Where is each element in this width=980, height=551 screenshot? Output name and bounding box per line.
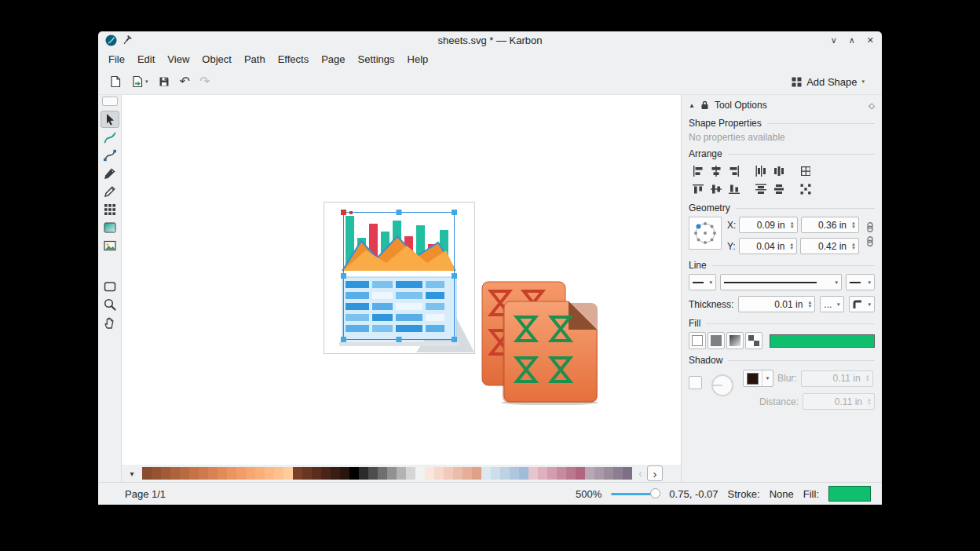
menu-settings[interactable]: Settings — [352, 51, 401, 68]
fill-solid-button[interactable] — [708, 332, 725, 349]
palette-swatch[interactable] — [236, 467, 246, 480]
palette-swatch[interactable] — [312, 467, 321, 480]
palette-swatch[interactable] — [463, 467, 472, 480]
line-start-marker-combo[interactable]: ▾ — [689, 274, 716, 290]
x-position-spinbox[interactable]: 0.09 in▲▼ — [739, 217, 797, 233]
palette-swatch[interactable] — [255, 467, 265, 480]
selection-overlay[interactable] — [340, 209, 458, 344]
link-position-icon[interactable] — [866, 222, 874, 232]
palette-swatch[interactable] — [283, 467, 293, 480]
palette-swatch[interactable] — [349, 467, 359, 480]
palette-swatch[interactable] — [274, 467, 283, 480]
new-document-button[interactable] — [109, 75, 122, 88]
palette-swatch[interactable] — [453, 467, 463, 480]
palette-swatch[interactable] — [500, 467, 510, 480]
palette-swatch[interactable] — [547, 467, 557, 480]
redo-button[interactable]: ↷ — [199, 75, 210, 88]
statusbar-fill-swatch[interactable] — [828, 486, 871, 502]
palette-swatch[interactable] — [491, 467, 500, 480]
palette-swatch[interactable] — [425, 467, 434, 480]
menu-object[interactable]: Object — [196, 51, 238, 68]
stroke-value[interactable]: None — [770, 488, 794, 500]
distribute-hcenter-button[interactable] — [770, 162, 788, 179]
line-end-marker-combo[interactable]: ▾ — [846, 274, 875, 290]
calligraphy-tool[interactable] — [101, 165, 119, 182]
palette-swatch[interactable] — [340, 467, 349, 480]
palette-swatch[interactable] — [528, 467, 538, 480]
link-size-icon[interactable] — [866, 236, 874, 246]
dash-pattern-combo[interactable]: ...▾ — [820, 296, 843, 312]
y-position-spinbox[interactable]: 0.04 in▲▼ — [739, 238, 798, 254]
distribute-top-button[interactable] — [751, 181, 770, 197]
zoom-slider[interactable] — [611, 487, 660, 500]
shadow-angle-dial[interactable] — [708, 371, 737, 400]
pencil-tool[interactable] — [101, 183, 119, 200]
palette-swatch[interactable] — [576, 467, 585, 480]
palette-swatch[interactable] — [397, 467, 406, 480]
palette-swatch[interactable] — [331, 467, 340, 480]
align-hcenter-button[interactable] — [707, 162, 725, 179]
palette-swatch[interactable] — [152, 467, 161, 480]
palette-swatch[interactable] — [613, 467, 623, 480]
lock-icon[interactable] — [700, 100, 709, 110]
fill-none-button[interactable] — [689, 332, 706, 349]
align-right-button[interactable] — [725, 162, 743, 179]
palette-swatch[interactable] — [227, 467, 236, 480]
menu-file[interactable]: File — [102, 51, 131, 68]
join-cap-combo[interactable]: ▾ — [849, 296, 875, 312]
palette-swatch[interactable] — [180, 467, 189, 480]
menu-page[interactable]: Page — [315, 51, 351, 68]
pin-icon[interactable] — [122, 35, 132, 46]
thickness-spinbox[interactable]: 0.01 in▲▼ — [738, 296, 815, 312]
shadow-enable-checkbox[interactable] — [689, 376, 702, 389]
canvas-artwork-sheets-icon[interactable] — [481, 279, 598, 405]
fill-color-swatch[interactable] — [770, 334, 875, 348]
palette-swatch[interactable] — [302, 467, 312, 480]
zoom-tool[interactable] — [101, 296, 119, 313]
shadow-blur-spinbox[interactable]: 0.11 in▲▼ — [801, 370, 873, 387]
position-anchor-widget[interactable] — [689, 217, 722, 250]
gradient-edit-tool[interactable] — [101, 219, 119, 236]
palette-swatch[interactable] — [378, 467, 387, 480]
palette-swatch[interactable] — [387, 467, 397, 480]
fill-pattern-button[interactable] — [745, 332, 762, 349]
palette-swatch[interactable] — [472, 467, 481, 480]
image-effects-tool[interactable] — [101, 237, 119, 254]
palette-swatch[interactable] — [199, 467, 208, 480]
line-style-combo[interactable]: ▾ — [720, 274, 842, 290]
save-button[interactable] — [158, 75, 170, 88]
palette-swatch[interactable] — [161, 467, 170, 480]
titlebar[interactable]: sheets.svg * — Karbon ∨ ∧ ✕ — [98, 31, 882, 49]
palette-scroll-left-button[interactable]: ‹ — [638, 467, 642, 480]
minimize-button[interactable]: ∨ — [831, 35, 837, 46]
palette-swatch[interactable] — [434, 467, 444, 480]
shadow-color-button[interactable]: ▾ — [743, 370, 773, 387]
distribute-vcenter-button[interactable] — [770, 181, 788, 197]
add-shape-button[interactable]: Add Shape ▾ — [785, 73, 871, 91]
palette-swatch[interactable] — [538, 467, 547, 480]
palette-swatch[interactable] — [246, 467, 255, 480]
palette-swatch[interactable] — [189, 467, 199, 480]
undo-button[interactable]: ↶ — [180, 75, 190, 88]
select-tool[interactable] — [101, 111, 119, 128]
width-spinbox[interactable]: 0.36 in▲▼ — [801, 217, 859, 233]
menu-edit[interactable]: Edit — [131, 51, 161, 68]
fill-gradient-button[interactable] — [726, 332, 744, 349]
palette-swatch[interactable] — [444, 467, 453, 480]
align-left-button[interactable] — [689, 162, 707, 179]
pan-tool[interactable] — [101, 314, 119, 331]
freehand-path-tool[interactable] — [101, 129, 119, 146]
menu-help[interactable]: Help — [401, 51, 435, 68]
palette-swatch[interactable] — [170, 467, 180, 480]
menu-effects[interactable]: Effects — [272, 51, 316, 68]
palette-swatch[interactable] — [406, 467, 415, 480]
palette-swatch[interactable] — [359, 467, 368, 480]
palette-swatch[interactable] — [368, 467, 378, 480]
group-button[interactable] — [796, 162, 814, 179]
palette-swatch[interactable] — [218, 467, 227, 480]
palette-swatch[interactable] — [265, 467, 274, 480]
open-dropdown-icon[interactable]: ▾ — [145, 78, 148, 85]
align-top-button[interactable] — [689, 181, 707, 197]
palette-swatch[interactable] — [594, 467, 604, 480]
shadow-distance-spinbox[interactable]: 0.11 in▲▼ — [803, 393, 875, 410]
